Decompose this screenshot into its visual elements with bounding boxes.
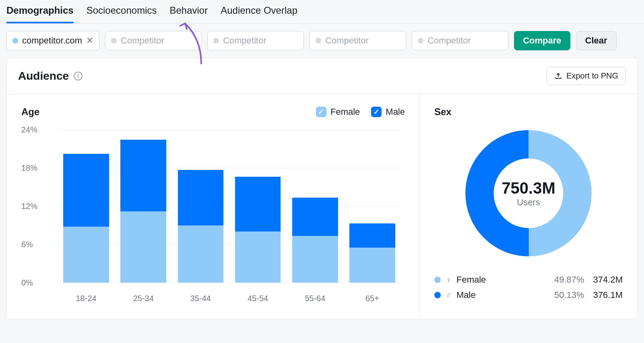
bar-segment-male bbox=[178, 170, 224, 225]
bar-segment-male bbox=[63, 154, 109, 227]
competitor-chip-label: competitor.com bbox=[22, 35, 82, 46]
input-dot-icon bbox=[213, 38, 219, 43]
sex-legend-name: Male bbox=[456, 290, 476, 300]
close-icon[interactable]: ✕ bbox=[86, 35, 93, 46]
tab-socioeconomics[interactable]: Socioeconomics bbox=[87, 5, 157, 23]
competitor-input-1[interactable]: Competitor bbox=[105, 31, 202, 50]
gender-symbol-icon: ♀ bbox=[446, 275, 452, 285]
competitor-input-4[interactable]: Competitor bbox=[412, 31, 508, 50]
x-axis-tick: 65+ bbox=[344, 287, 401, 307]
sex-legend-value: 376.1M bbox=[593, 290, 623, 300]
bar-segment-female bbox=[292, 236, 338, 283]
checkbox-icon: ✓ bbox=[371, 107, 382, 117]
x-axis-tick: 18-24 bbox=[58, 287, 115, 307]
compare-button[interactable]: Compare bbox=[514, 31, 570, 50]
upload-icon bbox=[554, 72, 562, 80]
legend-dot-icon bbox=[434, 292, 441, 298]
input-dot-icon bbox=[111, 38, 117, 43]
gender-symbol-icon: ♂ bbox=[446, 291, 452, 300]
export-png-label: Export to PNG bbox=[566, 71, 618, 81]
legend-dot-icon bbox=[434, 277, 441, 283]
bar-segment-female bbox=[120, 211, 166, 283]
bar-segment-male bbox=[120, 140, 166, 211]
bar-segment-female bbox=[349, 248, 395, 283]
sex-legend-pct: 49.87% bbox=[554, 275, 584, 285]
competitor-chip-dot-icon bbox=[12, 38, 18, 43]
sex-legend-row: ♂Male50.13%376.1M bbox=[434, 287, 623, 303]
bar-segment-male bbox=[292, 198, 338, 236]
export-png-button[interactable]: Export to PNG bbox=[547, 67, 626, 85]
legend-female-toggle[interactable]: ✓ Female bbox=[316, 107, 360, 117]
tab-behavior[interactable]: Behavior bbox=[169, 5, 208, 23]
card-title: Audience bbox=[18, 70, 69, 83]
y-axis-tick: 6% bbox=[21, 240, 33, 249]
x-axis-tick: 55-64 bbox=[287, 287, 344, 307]
clear-button[interactable]: Clear bbox=[576, 31, 617, 50]
x-axis-tick: 35-44 bbox=[172, 287, 229, 307]
donut-center-value: 750.3M bbox=[502, 179, 555, 197]
y-axis-tick: 12% bbox=[21, 202, 37, 211]
competitor-input-placeholder: Competitor bbox=[325, 35, 369, 46]
age-bar-chart: 0%6%12%18%24%18-2425-3435-4445-5455-6465… bbox=[21, 130, 405, 307]
competitor-input-placeholder: Competitor bbox=[223, 35, 266, 46]
x-axis-tick: 45-54 bbox=[229, 287, 287, 307]
sex-panel-title: Sex bbox=[434, 106, 623, 118]
competitor-chip[interactable]: competitor.com ✕ bbox=[6, 31, 99, 50]
competitor-input-2[interactable]: Competitor bbox=[207, 31, 304, 50]
age-panel: Age ✓ Female ✓ Male 0%6%12%18%24%18-2425… bbox=[7, 94, 420, 319]
competitor-input-placeholder: Competitor bbox=[427, 35, 471, 46]
input-dot-icon bbox=[418, 38, 423, 43]
sex-donut-chart: 750.3M Users bbox=[464, 129, 593, 258]
bar-segment-male bbox=[235, 177, 281, 231]
y-axis-tick: 18% bbox=[21, 163, 37, 173]
tab-demographics[interactable]: Demographics bbox=[6, 5, 74, 23]
checkbox-icon: ✓ bbox=[316, 107, 326, 117]
sex-legend-pct: 50.13% bbox=[554, 290, 584, 300]
bar-segment-female bbox=[235, 231, 281, 283]
bar-segment-male bbox=[349, 223, 395, 248]
tab-bar: Demographics Socioeconomics Behavior Aud… bbox=[0, 0, 644, 24]
sex-legend-value: 374.2M bbox=[593, 275, 623, 285]
sex-legend-row: ♀Female49.87%374.2M bbox=[434, 272, 623, 287]
competitor-filter-row: competitor.com ✕ Competitor Competitor C… bbox=[0, 24, 644, 58]
sex-panel: Sex 750.3M Users ♀Female49.87%374.2M♂Mal… bbox=[420, 94, 637, 319]
audience-card: Audience i Export to PNG Age ✓ bbox=[6, 58, 638, 319]
input-dot-icon bbox=[316, 38, 321, 43]
y-axis-tick: 24% bbox=[21, 125, 37, 134]
legend-female-label: Female bbox=[330, 107, 360, 117]
tab-audience-overlap[interactable]: Audience Overlap bbox=[221, 5, 297, 23]
y-axis-tick: 0% bbox=[21, 278, 33, 287]
donut-center-label: Users bbox=[517, 197, 540, 208]
bar-segment-female bbox=[178, 225, 224, 283]
x-axis-tick: 25-34 bbox=[115, 287, 172, 307]
competitor-input-placeholder: Competitor bbox=[121, 35, 164, 46]
legend-male-label: Male bbox=[386, 107, 405, 117]
bar-segment-female bbox=[63, 227, 109, 283]
age-legend: ✓ Female ✓ Male bbox=[316, 107, 405, 117]
sex-legend: ♀Female49.87%374.2M♂Male50.13%376.1M bbox=[434, 272, 623, 303]
age-panel-title: Age bbox=[21, 106, 39, 118]
competitor-input-3[interactable]: Competitor bbox=[310, 31, 406, 50]
info-icon[interactable]: i bbox=[74, 72, 83, 81]
legend-male-toggle[interactable]: ✓ Male bbox=[371, 107, 405, 117]
sex-legend-name: Female bbox=[456, 275, 486, 285]
